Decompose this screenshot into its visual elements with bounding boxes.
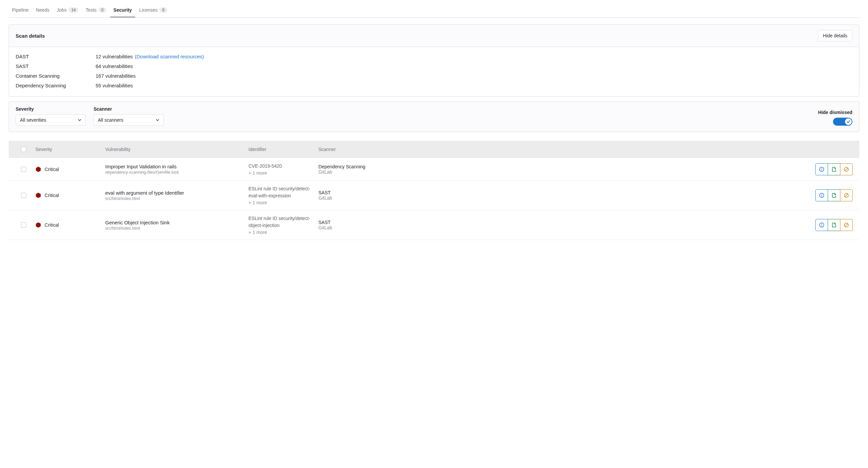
table-row: Critical Generic Object Injection Sink s… <box>9 210 859 240</box>
severity-critical-icon <box>35 166 41 172</box>
actions-cell <box>418 189 856 201</box>
scanner-vendor: GitLab <box>318 169 418 175</box>
vuln-title[interactable]: eval with argument of type Identifier <box>105 190 248 196</box>
tab-label: Security <box>114 7 132 13</box>
filter-label: Hide dismissed <box>818 110 852 115</box>
tab-label: Licenses <box>139 7 158 13</box>
scan-count: 12 vulnerabilities <box>96 54 133 59</box>
severity-select[interactable]: All severities <box>16 114 86 126</box>
more-info-button[interactable] <box>815 189 828 201</box>
table-row: Critical Improper Input Validation in ra… <box>9 158 859 181</box>
tab-tests[interactable]: Tests0 <box>82 5 109 17</box>
vuln-title[interactable]: Generic Object Injection Sink <box>105 220 248 225</box>
toggle-knob <box>845 118 852 125</box>
hide-dismissed-toggle[interactable] <box>833 118 852 126</box>
scanner-name: SAST <box>318 190 418 195</box>
col-identifier: Identifier <box>248 147 318 152</box>
scanner-select[interactable]: All scanners <box>94 114 163 126</box>
hide-details-button[interactable]: Hide details <box>818 30 852 41</box>
card-header: Scan details Hide details <box>9 25 859 47</box>
vuln-path: dependency-scanning-files/Gemfile.lock <box>105 170 248 175</box>
scan-value: 64 vulnerabilities <box>96 63 133 69</box>
select-value: All scanners <box>98 117 123 123</box>
table-row: Critical eval with argument of type Iden… <box>9 181 859 210</box>
vuln-cell: Generic Object Injection Sink src/html/i… <box>105 220 248 231</box>
severity-name: Critical <box>44 167 59 172</box>
tabs: Pipeline Needs Jobs14 Tests0 Security Li… <box>9 0 859 18</box>
row-checkbox[interactable] <box>21 193 26 198</box>
tab-badge: 14 <box>69 7 78 13</box>
vulnerability-table: Severity Vulnerability Identifier Scanne… <box>9 141 859 240</box>
create-issue-button[interactable] <box>828 163 840 175</box>
download-scanned-link[interactable]: (Download scanned resources) <box>135 54 204 59</box>
new-issue-icon <box>831 193 837 198</box>
scan-value: 167 vulnerabilities <box>96 73 135 79</box>
svg-marker-6 <box>36 193 41 198</box>
severity-name: Critical <box>44 222 59 228</box>
filter-label: Severity <box>16 106 86 112</box>
identifier-more: + 1 more <box>248 200 318 205</box>
scanner-vendor: GitLab <box>318 195 418 201</box>
scan-label: SAST <box>16 63 96 69</box>
tab-label: Tests <box>86 7 97 13</box>
severity-critical-icon <box>35 222 41 228</box>
vuln-path: src/html/index.html <box>105 226 248 231</box>
tab-label: Jobs <box>57 7 67 13</box>
vuln-path: src/html/index.html <box>105 196 248 201</box>
tab-security[interactable]: Security <box>110 5 135 17</box>
more-info-button[interactable] <box>815 219 828 231</box>
tab-licenses[interactable]: Licenses6 <box>136 5 170 17</box>
svg-point-2 <box>822 168 822 169</box>
identifier-more: + 1 more <box>248 170 318 176</box>
create-issue-button[interactable] <box>828 219 840 231</box>
scan-label: Dependency Scanning <box>16 83 96 88</box>
actions-cell <box>418 163 856 175</box>
severity-cell: Critical <box>35 192 105 198</box>
create-issue-button[interactable] <box>828 189 840 201</box>
scanner-vendor: GitLab <box>318 225 418 230</box>
row-checkbox[interactable] <box>21 167 26 172</box>
scan-value: 12 vulnerabilities(Download scanned reso… <box>96 54 204 59</box>
identifier-cell: CVE-2019-5420 + 1 more <box>248 163 318 176</box>
info-icon <box>819 193 825 198</box>
dismiss-icon <box>844 167 849 172</box>
tab-needs[interactable]: Needs <box>33 5 53 17</box>
vuln-cell: eval with argument of type Identifier sr… <box>105 190 248 201</box>
scan-value: 55 vulnerabilities <box>96 83 133 88</box>
svg-line-11 <box>845 194 848 197</box>
dismiss-button[interactable] <box>840 189 853 201</box>
chevron-down-icon <box>156 117 159 123</box>
actions-cell <box>418 219 856 231</box>
svg-rect-9 <box>822 195 822 197</box>
vuln-title[interactable]: Improper Input Validation in rails <box>105 164 248 169</box>
svg-rect-3 <box>822 169 822 171</box>
col-vulnerability: Vulnerability <box>105 147 248 152</box>
scan-details-title: Scan details <box>16 33 45 39</box>
tab-label: Needs <box>36 7 49 13</box>
identifier-cell: ESLint rule ID security/detect-eval-with… <box>248 185 318 205</box>
vuln-cell: Improper Input Validation in rails depen… <box>105 164 248 175</box>
scan-label: DAST <box>16 54 96 59</box>
dismiss-button[interactable] <box>840 219 853 231</box>
filter-bar: Severity All severities Scanner All scan… <box>9 101 859 132</box>
tab-jobs[interactable]: Jobs14 <box>53 5 82 17</box>
scanner-name: SAST <box>318 220 418 225</box>
select-all-checkbox[interactable] <box>21 147 26 152</box>
tab-pipeline[interactable]: Pipeline <box>9 5 32 17</box>
svg-point-14 <box>822 224 822 224</box>
scan-details-card: Scan details Hide details DAST 12 vulner… <box>9 24 859 97</box>
severity-cell: Critical <box>35 222 105 228</box>
scan-row-dependency: Dependency Scanning 55 vulnerabilities <box>16 81 852 90</box>
scan-label: Container Scanning <box>16 73 96 79</box>
dismiss-button[interactable] <box>840 163 853 175</box>
row-checkbox[interactable] <box>21 222 26 228</box>
more-info-button[interactable] <box>815 163 828 175</box>
scan-row-sast: SAST 64 vulnerabilities <box>16 61 852 71</box>
tab-label: Pipeline <box>12 7 29 13</box>
chevron-down-icon <box>78 117 81 123</box>
scanner-cell: SAST GitLab <box>318 190 418 201</box>
scan-row-container: Container Scanning 167 vulnerabilities <box>16 71 852 81</box>
svg-rect-15 <box>822 225 822 226</box>
severity-name: Critical <box>44 193 59 198</box>
tab-badge: 6 <box>159 7 167 13</box>
